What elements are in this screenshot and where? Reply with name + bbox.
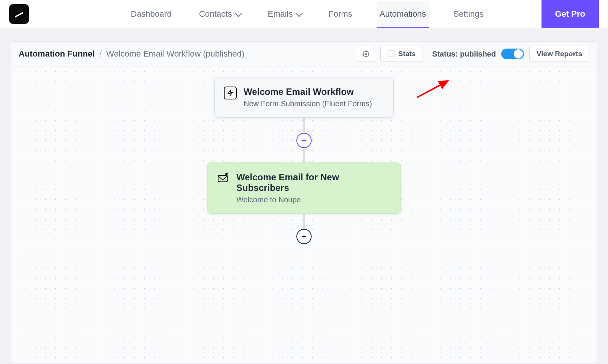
flow-column: Welcome Email Workflow New Form Submissi… — [207, 77, 401, 244]
settings-button[interactable] — [357, 46, 375, 62]
nav-items: Dashboard Contacts Emails Forms Automati… — [128, 1, 526, 27]
svg-point-0 — [365, 53, 367, 55]
stats-toggle-button[interactable]: Stats — [380, 46, 423, 62]
trigger-subtitle: New Form Submission (Fluent Forms) — [244, 99, 372, 108]
nav-automations[interactable]: Automations — [377, 1, 429, 27]
nav-dashboard[interactable]: Dashboard — [128, 1, 175, 27]
node-text: Welcome Email Workflow New Form Submissi… — [244, 87, 372, 108]
svg-rect-2 — [218, 175, 227, 182]
lightning-icon — [224, 87, 237, 99]
add-step-button[interactable] — [296, 133, 312, 148]
annotation-arrow-icon — [414, 79, 452, 101]
checkbox-icon — [388, 50, 394, 57]
nav-label: Automations — [380, 9, 426, 19]
publish-toggle[interactable] — [501, 49, 524, 59]
node-text: Welcome Email for New Subscribers Welcom… — [236, 172, 391, 204]
breadcrumb: Automation Funnel / Welcome Email Workfl… — [19, 49, 352, 59]
nav-label: Forms — [328, 9, 352, 19]
gear-icon — [363, 50, 369, 57]
plus-icon — [301, 137, 307, 144]
get-pro-button[interactable]: Get Pro — [542, 0, 599, 28]
automation-canvas[interactable]: Welcome Email Workflow New Form Submissi… — [11, 66, 597, 363]
app-logo[interactable] — [9, 4, 29, 24]
get-pro-label: Get Pro — [555, 9, 585, 19]
nav-label: Emails — [268, 9, 293, 19]
nav-label: Settings — [453, 9, 484, 19]
breadcrumb-leaf: Welcome Email Workflow (published) — [106, 49, 245, 59]
status-label: Status: published — [432, 50, 496, 58]
top-nav: Dashboard Contacts Emails Forms Automati… — [0, 0, 608, 28]
nav-label: Contacts — [199, 9, 232, 19]
view-reports-label: View Reports — [537, 50, 582, 58]
connector-line — [304, 148, 304, 162]
funnel-toolbar: Automation Funnel / Welcome Email Workfl… — [11, 41, 597, 66]
email-send-icon — [217, 172, 230, 183]
plus-icon — [301, 233, 307, 240]
action-node[interactable]: Welcome Email for New Subscribers Welcom… — [207, 162, 401, 214]
nav-label: Dashboard — [131, 9, 172, 19]
breadcrumb-separator: / — [99, 49, 101, 59]
nav-contacts[interactable]: Contacts — [196, 1, 244, 27]
view-reports-button[interactable]: View Reports — [529, 46, 589, 62]
stats-label: Stats — [398, 50, 416, 58]
chevron-down-icon — [235, 9, 242, 17]
action-subtitle: Welcome to Noupe — [236, 195, 391, 204]
nav-emails[interactable]: Emails — [264, 1, 304, 27]
svg-line-1 — [417, 81, 448, 98]
trigger-node[interactable]: Welcome Email Workflow New Form Submissi… — [214, 77, 394, 118]
page-body: Automation Funnel / Welcome Email Workfl… — [0, 28, 608, 364]
connector-line — [304, 214, 304, 229]
add-step-end-button[interactable] — [296, 229, 312, 244]
breadcrumb-root[interactable]: Automation Funnel — [19, 49, 95, 59]
action-title: Welcome Email for New Subscribers — [236, 172, 391, 193]
chevron-down-icon — [296, 9, 303, 17]
trigger-title: Welcome Email Workflow — [244, 87, 372, 97]
nav-forms[interactable]: Forms — [325, 1, 355, 27]
connector-line — [304, 118, 304, 133]
nav-settings[interactable]: Settings — [450, 1, 487, 27]
logo-icon — [13, 8, 25, 20]
